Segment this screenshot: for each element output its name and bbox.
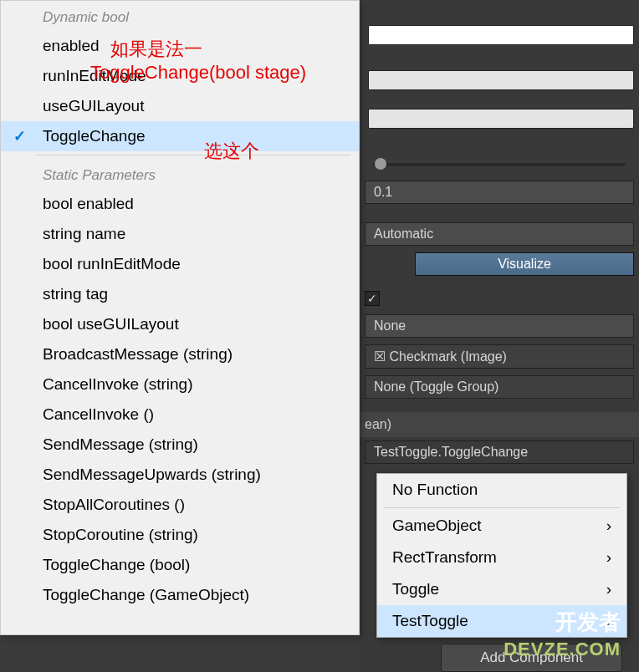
- menu-item-static-8[interactable]: SendMessage (string): [1, 430, 359, 460]
- fade-duration-slider[interactable]: [373, 163, 626, 166]
- color-field-2[interactable]: [368, 70, 634, 90]
- menu-separator: [36, 155, 350, 155]
- graphic-field[interactable]: ☒ Checkmark (Image): [365, 344, 634, 369]
- event-method-dropdown[interactable]: TestToggle.ToggleChange: [365, 440, 634, 464]
- section-header-dynamic: Dynamic bool: [1, 1, 359, 31]
- annotation-text-2: ToggleChange(bool stage): [90, 62, 306, 84]
- chevron-right-icon: ›: [606, 517, 611, 535]
- chevron-right-icon: ›: [606, 580, 611, 598]
- section-header-static: Static Parameters: [1, 159, 359, 189]
- annotation-text-3: 选这个: [204, 139, 259, 164]
- menu-item-static-4[interactable]: bool useGUILayout: [1, 309, 359, 339]
- chevron-right-icon: ›: [606, 548, 611, 567]
- color-field-1[interactable]: [368, 25, 634, 45]
- function-dropdown-menu: Dynamic bool enabledrunInEditModeuseGUIL…: [0, 0, 360, 635]
- color-field-3[interactable]: [368, 109, 634, 129]
- menu-item-static-3[interactable]: string tag: [1, 279, 359, 309]
- submenu-no-function[interactable]: No Function: [377, 474, 626, 506]
- slider-thumb[interactable]: [375, 158, 386, 170]
- menu-item-static-7[interactable]: CancelInvoke (): [1, 400, 359, 430]
- menu-item-static-1[interactable]: string name: [1, 219, 359, 249]
- visualize-button[interactable]: Visualize: [415, 252, 634, 276]
- menu-item-dynamic-3[interactable]: ToggleChange: [1, 121, 359, 151]
- menu-item-static-12[interactable]: ToggleChange (bool): [1, 550, 359, 580]
- menu-item-static-2[interactable]: bool runInEditMode: [1, 249, 359, 279]
- is-on-checkbox[interactable]: ✓: [365, 291, 380, 306]
- submenu-item-recttransform[interactable]: RectTransform›: [377, 542, 626, 573]
- annotation-text-1: 如果是法一: [110, 37, 202, 62]
- menu-item-static-6[interactable]: CancelInvoke (string): [1, 369, 359, 400]
- menu-item-static-11[interactable]: StopCoroutine (string): [1, 520, 359, 550]
- menu-item-static-10[interactable]: StopAllCoroutines (): [1, 490, 359, 520]
- menu-item-dynamic-2[interactable]: useGUILayout: [1, 91, 359, 121]
- navigation-dropdown[interactable]: Automatic: [365, 222, 634, 246]
- watermark-en: DEVZE.COM: [504, 639, 621, 660]
- menu-item-static-0[interactable]: bool enabled: [1, 189, 359, 219]
- menu-item-static-13[interactable]: ToggleChange (GameObject): [1, 580, 359, 610]
- watermark-cn: 开发者: [555, 608, 621, 637]
- submenu-separator: [384, 507, 620, 508]
- submenu-item-gameobject[interactable]: GameObject›: [377, 510, 626, 542]
- group-field[interactable]: None (Toggle Group): [365, 375, 634, 399]
- transition-target[interactable]: None: [365, 314, 634, 338]
- slider-value[interactable]: 0.1: [365, 181, 634, 204]
- menu-item-static-5[interactable]: BroadcastMessage (string): [1, 339, 359, 369]
- menu-item-static-9[interactable]: SendMessageUpwards (string): [1, 460, 359, 490]
- submenu-item-toggle[interactable]: Toggle›: [377, 573, 626, 605]
- event-header-partial: ean): [365, 417, 391, 432]
